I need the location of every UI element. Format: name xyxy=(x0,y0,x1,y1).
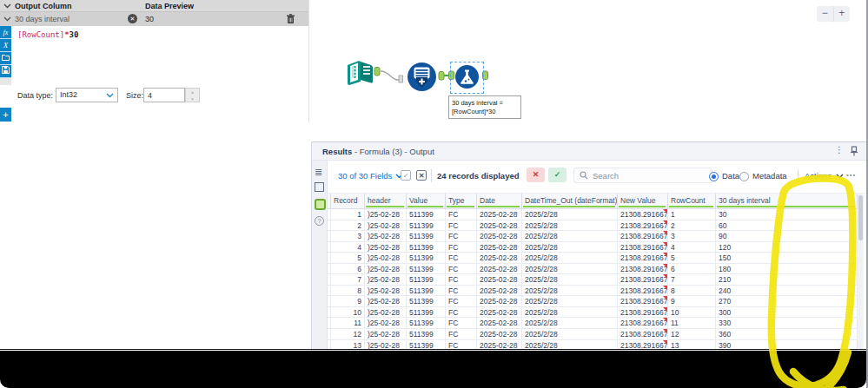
variables-icon[interactable]: X xyxy=(0,39,11,52)
vertical-scrollbar[interactable] xyxy=(858,194,864,349)
conversion-warning-icon xyxy=(663,264,667,268)
table-cell: 2025-02-28 xyxy=(477,296,522,306)
scrollbar-thumb[interactable] xyxy=(858,195,863,240)
table-row[interactable]: 8)25-02-28511399FC2025-02-282025/2/28213… xyxy=(328,286,858,297)
results-title-context: - Formula (3) - Output xyxy=(352,147,434,156)
column-header[interactable]: RowCount xyxy=(668,194,716,208)
table-row[interactable]: 6)25-02-28511399FC2025-02-282025/2/28213… xyxy=(328,264,858,275)
formula-tool[interactable] xyxy=(454,64,480,93)
size-input[interactable] xyxy=(143,88,185,102)
column-header[interactable]: header xyxy=(365,194,407,208)
table-row[interactable]: 3)25-02-28511399FC2025-02-282025/2/28213… xyxy=(328,231,858,242)
table-cell: FC xyxy=(446,286,477,296)
pin-icon[interactable] xyxy=(850,146,858,156)
zoom-in-button[interactable]: + xyxy=(834,6,851,22)
chevron-down-icon[interactable] xyxy=(3,3,11,9)
search-input[interactable] xyxy=(593,171,697,181)
actions-dropdown[interactable]: Actions xyxy=(805,171,844,181)
cancel-button[interactable]: ✕ xyxy=(527,168,545,182)
save-icon[interactable] xyxy=(0,65,11,78)
results-title: Results xyxy=(322,147,352,156)
table-row[interactable]: 4)25-02-28511399FC2025-02-282025/2/28213… xyxy=(328,242,858,253)
open-folder-icon[interactable] xyxy=(0,52,11,65)
table-cell: 9 xyxy=(668,296,716,306)
results-table: RecordheaderValueTypeDateDateTime_Out (d… xyxy=(328,194,858,351)
delete-field-icon[interactable] xyxy=(286,14,295,24)
apply-button[interactable]: ✓ xyxy=(548,168,567,182)
table-cell: 5 xyxy=(668,253,716,263)
table-cell: 21308.291667 xyxy=(618,231,668,241)
table-row[interactable]: 1)25-02-28511399FC2025-02-282025/2/28213… xyxy=(328,209,858,220)
table-cell: 511399 xyxy=(407,231,446,241)
fields-dropdown[interactable]: 30 of 30 Fields xyxy=(338,171,403,181)
column-header[interactable]: Type xyxy=(446,194,477,208)
table-cell: 8 xyxy=(331,286,365,296)
table-cell: FC xyxy=(446,242,477,253)
tool-annotation[interactable]: 30 days interval = [RowCount]*30 xyxy=(448,95,521,119)
table-cell: )25-02-28 xyxy=(365,274,407,285)
data-preview-header: Data Preview xyxy=(145,2,194,10)
table-cell: 21308.291667 xyxy=(618,253,668,263)
table-cell: 21308.291667 xyxy=(618,274,668,285)
table-cell: FC xyxy=(446,220,477,231)
table-row[interactable]: 7)25-02-28511399FC2025-02-282025/2/28213… xyxy=(328,274,858,286)
table-cell: )25-02-28 xyxy=(365,329,407,339)
expression-text[interactable]: [RowCount]*30 xyxy=(17,30,78,39)
column-header[interactable]: Record xyxy=(331,194,365,208)
functions-icon[interactable]: fx xyxy=(0,26,11,39)
kebab-menu-icon[interactable]: ⋮ xyxy=(835,145,844,155)
zoom-out-button[interactable]: − xyxy=(817,6,834,22)
table-cell: 511399 xyxy=(407,274,446,285)
formula-field-row[interactable]: 30 days interval ✕ 30 xyxy=(0,12,308,26)
results-panel: Results - Formula (3) - Output ⋮ ≣ ? 30 … xyxy=(311,141,866,351)
expression-editor[interactable]: fx X [RowCount]*30 xyxy=(0,26,308,85)
table-cell: 511399 xyxy=(407,253,446,263)
table-row[interactable]: 10)25-02-28511399FC2025-02-282025/2/2821… xyxy=(328,307,858,319)
table-cell: 9 xyxy=(331,296,365,306)
column-header[interactable]: New Value xyxy=(618,194,668,208)
table-cell: 2025/2/28 xyxy=(522,296,618,306)
table-cell: 2025-02-28 xyxy=(477,242,522,253)
table-cell: 21308.291667 xyxy=(618,296,668,306)
table-cell: 2025/2/28 xyxy=(522,220,618,231)
table-row[interactable]: 12)25-02-28511399FC2025-02-282025/2/2821… xyxy=(328,329,858,340)
help-icon[interactable]: ? xyxy=(315,216,324,226)
search-field[interactable] xyxy=(573,168,712,183)
metadata-radio[interactable] xyxy=(739,172,749,181)
column-header[interactable]: 30 days interval xyxy=(716,194,858,208)
records-displayed-label: 24 records displayed xyxy=(437,171,520,181)
open-window-icon[interactable] xyxy=(315,182,324,192)
view-options-icon[interactable]: ≣ xyxy=(315,168,322,177)
data-radio-label[interactable]: Data xyxy=(722,171,739,181)
table-cell: 360 xyxy=(716,329,858,339)
deselect-all-checkbox-icon[interactable]: ✕ xyxy=(416,170,427,181)
add-column-button[interactable]: + xyxy=(0,108,11,122)
chevron-down-icon[interactable] xyxy=(3,16,11,22)
output-column-name[interactable]: 30 days interval xyxy=(15,15,70,23)
input-data-tool[interactable] xyxy=(345,57,374,90)
table-cell: 21308.291667 xyxy=(618,264,668,274)
table-cell: 6 xyxy=(331,264,365,274)
table-cell: )25-02-28 xyxy=(365,220,407,231)
table-cell: 511399 xyxy=(407,307,446,318)
column-header[interactable]: Value xyxy=(407,194,446,208)
table-row[interactable]: 2)25-02-28511399FC2025-02-282025/2/28213… xyxy=(328,220,858,232)
column-header[interactable]: DateTime_Out (dateFormat) xyxy=(522,194,618,208)
data-type-select[interactable]: Int32 xyxy=(56,88,118,102)
record-id-tool[interactable] xyxy=(406,61,438,96)
table-row[interactable]: 9)25-02-28511399FC2025-02-282025/2/28213… xyxy=(328,296,858,307)
conversion-warning-icon xyxy=(663,296,667,300)
table-row[interactable]: 5)25-02-28511399FC2025-02-282025/2/28213… xyxy=(328,253,858,264)
clear-field-icon[interactable]: ✕ xyxy=(128,14,137,23)
results-title-bar: Results - Formula (3) - Output ⋮ xyxy=(312,142,866,161)
data-radio[interactable] xyxy=(709,172,719,181)
output-anchor-indicator[interactable] xyxy=(315,199,326,210)
conversion-warning-icon xyxy=(663,220,667,225)
config-header-row: Output Column Data Preview xyxy=(0,0,308,12)
select-all-checkbox-icon[interactable]: ✓ xyxy=(401,170,411,181)
table-row[interactable]: 11)25-02-28511399FC2025-02-282025/2/2821… xyxy=(328,318,858,329)
overflow-menu-icon[interactable]: ••• xyxy=(846,171,856,179)
metadata-radio-label[interactable]: Metadata xyxy=(752,171,787,181)
column-header[interactable]: Date xyxy=(477,194,522,208)
table-cell: 12 xyxy=(668,329,716,339)
